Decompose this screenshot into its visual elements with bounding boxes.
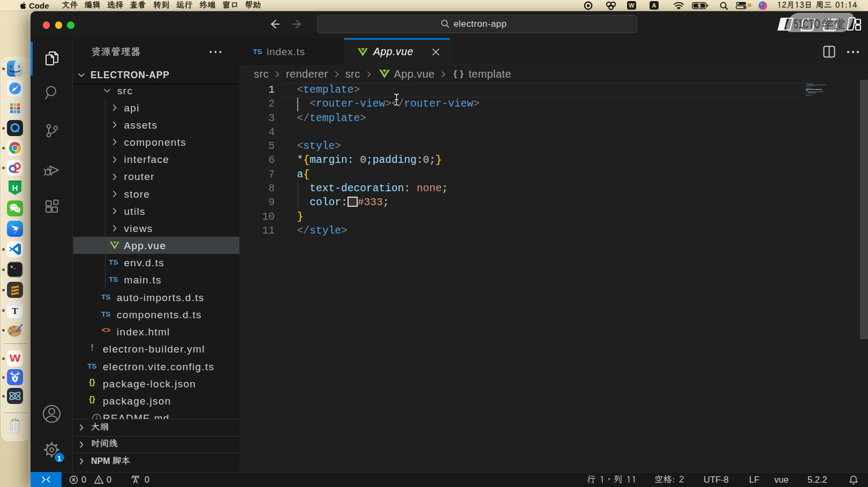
svg-text:H: H bbox=[12, 183, 18, 192]
svg-text:T: T bbox=[12, 306, 18, 316]
svg-text:>_: >_ bbox=[10, 265, 16, 270]
svg-text:W: W bbox=[10, 353, 21, 364]
